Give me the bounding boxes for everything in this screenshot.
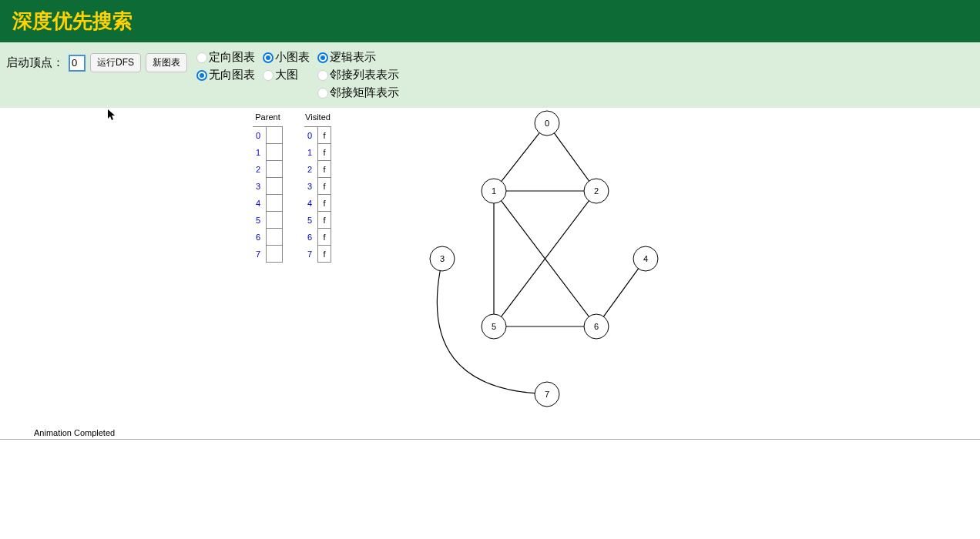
parent-header: Parent xyxy=(253,112,283,122)
table-row: 3f xyxy=(304,178,331,195)
radio-icon xyxy=(317,88,328,99)
table-row: 3 xyxy=(253,178,283,195)
parent-cell xyxy=(266,144,283,161)
direction-group: 定向图表 无向图表 xyxy=(196,50,255,100)
graph-edge xyxy=(502,133,539,182)
row-index: 5 xyxy=(253,216,263,225)
row-index: 6 xyxy=(253,233,263,242)
table-row: 5f xyxy=(304,212,331,229)
radio-icon xyxy=(317,70,328,81)
parent-cell xyxy=(266,229,283,246)
table-row: 6 xyxy=(253,229,283,246)
graph-node-label: 6 xyxy=(594,322,599,331)
parent-cell xyxy=(266,161,283,178)
visited-cell: f xyxy=(317,127,331,144)
graph-node-label: 2 xyxy=(594,186,599,196)
row-index: 2 xyxy=(253,165,263,174)
control-panel: 启动顶点： 运行DFS 新图表 定向图表 无向图表 小图表 大图 xyxy=(0,42,980,108)
parent-cell xyxy=(266,212,283,229)
table-row: 0f xyxy=(304,127,331,144)
graph-node-label: 0 xyxy=(545,119,549,128)
row-index: 3 xyxy=(304,182,315,191)
visited-cell: f xyxy=(317,195,331,212)
radio-undirected[interactable]: 无向图表 xyxy=(196,68,255,82)
row-index: 1 xyxy=(253,148,263,157)
graph-edge xyxy=(554,133,589,181)
radio-icon xyxy=(196,70,207,81)
page-title: 深度优先搜索 xyxy=(12,8,968,35)
radio-icon xyxy=(263,52,274,63)
radio-large[interactable]: 大图 xyxy=(263,68,310,82)
visited-cell: f xyxy=(317,144,331,161)
graph-node-label: 4 xyxy=(643,254,648,263)
row-index: 6 xyxy=(304,233,315,242)
row-index: 2 xyxy=(304,165,315,174)
graph-canvas: 01234567 xyxy=(416,108,740,431)
table-row: 5 xyxy=(253,212,283,229)
graph-node-label: 1 xyxy=(492,186,496,196)
visited-cell: f xyxy=(317,178,331,195)
graph-node-label: 7 xyxy=(545,390,549,399)
row-index: 1 xyxy=(304,148,315,157)
table-row: 1 xyxy=(253,144,283,161)
table-row: 1f xyxy=(304,144,331,161)
table-row: 4 xyxy=(253,195,283,212)
radio-adjlist[interactable]: 邻接列表表示 xyxy=(317,68,399,82)
visited-cell: f xyxy=(317,161,331,178)
start-vertex-label: 启动顶点： xyxy=(6,55,64,70)
table-row: 7 xyxy=(253,246,283,263)
run-dfs-button[interactable]: 运行DFS xyxy=(90,53,141,72)
state-tables: Parent 01234567 Visited 0f1f2f3f4f5f6f7f xyxy=(253,112,331,263)
row-index: 0 xyxy=(304,131,315,140)
radio-icon xyxy=(263,70,274,81)
parent-table: Parent 01234567 xyxy=(253,112,283,263)
table-row: 4f xyxy=(304,195,331,212)
graph-node-label: 3 xyxy=(440,254,445,263)
divider xyxy=(0,439,980,440)
graph-node-label: 5 xyxy=(492,322,496,331)
content-area: Parent 01234567 Visited 0f1f2f3f4f5f6f7f… xyxy=(0,108,980,439)
radio-logical[interactable]: 逻辑表示 xyxy=(317,50,399,65)
visited-cell: f xyxy=(317,246,331,263)
parent-cell xyxy=(266,195,283,212)
row-index: 7 xyxy=(253,249,263,259)
visited-table: Visited 0f1f2f3f4f5f6f7f xyxy=(304,112,331,263)
visited-header: Visited xyxy=(304,112,331,122)
parent-cell xyxy=(266,127,283,144)
row-index: 0 xyxy=(253,131,263,140)
visited-cell: f xyxy=(317,212,331,229)
radio-small[interactable]: 小图表 xyxy=(263,50,310,65)
visited-cell: f xyxy=(317,229,331,246)
representation-group: 逻辑表示 邻接列表表示 邻接矩阵表示 xyxy=(317,50,399,100)
table-row: 6f xyxy=(304,229,331,246)
row-index: 5 xyxy=(304,216,315,225)
start-vertex-input[interactable] xyxy=(69,55,86,72)
parent-cell xyxy=(266,178,283,195)
parent-cell xyxy=(266,246,283,263)
table-row: 2 xyxy=(253,161,283,178)
radio-directed[interactable]: 定向图表 xyxy=(196,50,255,65)
row-index: 7 xyxy=(304,249,315,259)
row-index: 3 xyxy=(253,182,263,191)
radio-icon xyxy=(317,52,328,63)
table-row: 2f xyxy=(304,161,331,178)
table-row: 7f xyxy=(304,246,331,263)
radio-adjmatrix[interactable]: 邻接矩阵表示 xyxy=(317,85,399,100)
new-graph-button[interactable]: 新图表 xyxy=(146,53,187,72)
size-group: 小图表 大图 xyxy=(263,50,310,100)
radio-icon xyxy=(196,52,207,63)
table-row: 0 xyxy=(253,127,283,144)
row-index: 4 xyxy=(304,199,315,208)
row-index: 4 xyxy=(253,199,263,208)
graph-edge xyxy=(603,269,638,316)
status-text: Animation Completed xyxy=(34,428,115,437)
app-header: 深度优先搜索 xyxy=(0,0,980,42)
